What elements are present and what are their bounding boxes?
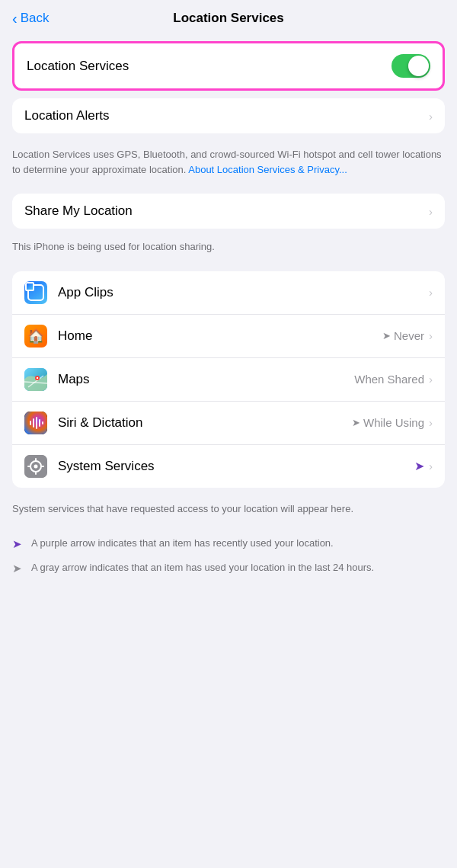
home-chevron-icon: › [429, 329, 433, 342]
location-alerts-row[interactable]: Location Alerts › [12, 98, 445, 133]
back-chevron-icon: ‹ [12, 11, 18, 26]
page-title: Location Services [173, 11, 284, 26]
maps-chevron-icon: › [429, 373, 433, 386]
maps-status: When Shared › [354, 373, 433, 386]
legend-section: ➤ A purple arrow indicates that an item … [0, 531, 457, 580]
location-alerts-card: Location Alerts › [12, 98, 445, 133]
legend-gray-text: A gray arrow indicates that an item has … [31, 560, 374, 575]
legend-purple-text: A purple arrow indicates that an item ha… [31, 536, 334, 551]
home-icon: 🏠 [24, 325, 47, 348]
svg-point-15 [34, 464, 38, 468]
home-label: Home [58, 328, 92, 344]
svg-rect-9 [33, 418, 34, 428]
header: ‹ Back Location Services [0, 0, 457, 34]
system-purple-arrow-icon: ➤ [414, 459, 424, 473]
share-sublabel: This iPhone is being used for location s… [0, 236, 457, 264]
maps-icon [24, 368, 47, 391]
maps-label: Maps [58, 372, 90, 387]
home-status-label: Never [394, 329, 424, 342]
legend-gray-arrow-icon: ➤ [12, 562, 22, 575]
legend-item-purple: ➤ A purple arrow indicates that an item … [0, 531, 457, 556]
apps-list: App Clips › 🏠 Home ➤ Never › [12, 271, 445, 488]
svg-rect-8 [30, 421, 31, 425]
system-info-text: System services that have requested acce… [0, 495, 457, 526]
siri-row[interactable]: Siri & Dictation ➤ While Using › [12, 402, 445, 445]
svg-rect-12 [42, 421, 43, 424]
app-clips-icon [24, 281, 47, 304]
siri-chevron-icon: › [429, 416, 433, 429]
location-services-label: Location Services [27, 59, 129, 74]
maps-status-label: When Shared [354, 373, 424, 386]
location-info-text: Location Services uses GPS, Bluetooth, a… [0, 141, 457, 186]
system-services-row[interactable]: System Services ➤ › [12, 445, 445, 488]
location-services-toggle-card: Location Services [12, 41, 445, 91]
back-label: Back [21, 11, 50, 26]
home-location-arrow-icon: ➤ [382, 330, 391, 341]
svg-point-5 [37, 376, 38, 378]
toggle-knob [408, 56, 429, 76]
legend-purple-arrow-icon: ➤ [12, 537, 22, 551]
share-my-location-label: Share My Location [24, 203, 133, 219]
home-row[interactable]: 🏠 Home ➤ Never › [12, 315, 445, 358]
location-alerts-chevron-icon: › [429, 110, 433, 123]
app-clips-label: App Clips [58, 285, 113, 300]
back-button[interactable]: ‹ Back [12, 11, 49, 26]
location-alerts-label: Location Alerts [24, 108, 110, 123]
siri-icon [24, 412, 47, 434]
app-clips-row[interactable]: App Clips › [12, 271, 445, 315]
info-link[interactable]: About Location Services & Privacy... [188, 164, 347, 175]
location-services-toggle-row[interactable]: Location Services [14, 43, 443, 88]
app-clips-chevron-icon: › [429, 286, 433, 299]
legend-item-gray: ➤ A gray arrow indicates that an item ha… [0, 556, 457, 580]
share-chevron-icon: › [429, 205, 433, 218]
system-chevron-icon: › [429, 460, 433, 472]
svg-rect-10 [36, 417, 37, 429]
siri-status: ➤ While Using › [352, 416, 433, 429]
share-my-location-row[interactable]: Share My Location › [12, 194, 445, 229]
location-services-toggle[interactable] [391, 54, 430, 78]
home-status: ➤ Never › [382, 329, 433, 342]
siri-label: Siri & Dictation [58, 415, 142, 431]
svg-rect-11 [39, 419, 40, 427]
system-services-icon [24, 455, 47, 478]
siri-location-arrow-icon: ➤ [352, 417, 360, 428]
share-my-location-card: Share My Location › [12, 194, 445, 229]
siri-status-label: While Using [363, 416, 424, 429]
maps-row[interactable]: Maps When Shared › [12, 358, 445, 402]
system-services-label: System Services [58, 459, 155, 474]
system-status: ➤ › [414, 459, 433, 473]
